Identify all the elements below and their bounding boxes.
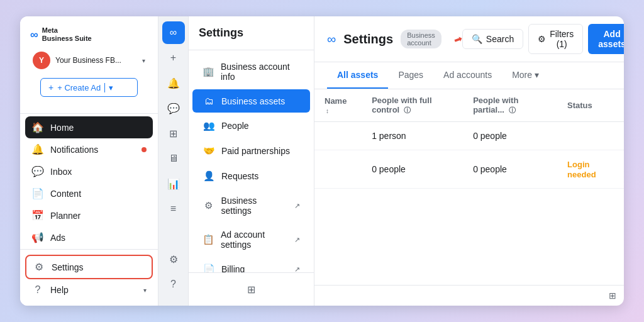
- sort-icon: ↕: [326, 108, 329, 114]
- submenu-requests[interactable]: 👤 Requests: [192, 164, 310, 188]
- submenu-business-settings[interactable]: ⚙ Business settings ↗: [192, 189, 310, 222]
- cell-status: [557, 122, 624, 150]
- icon-sidebar-gear[interactable]: ⚙: [162, 248, 185, 270]
- people-icon: 👥: [203, 120, 215, 131]
- submenu-people[interactable]: 👥 People: [192, 114, 310, 138]
- info-icon[interactable]: ⓘ: [509, 106, 516, 114]
- submenu-business-assets[interactable]: 🗂 Business assets: [192, 89, 310, 113]
- sidebar-item-ads[interactable]: 📢 Ads: [25, 226, 153, 248]
- cell-full-control: 1 person: [362, 122, 463, 150]
- col-name: Name ↕: [314, 89, 362, 122]
- add-assets-button[interactable]: Add assets ➡: [588, 24, 624, 54]
- create-ad-button[interactable]: + + Create Ad ▾: [40, 78, 138, 97]
- home-icon: 🏠: [31, 121, 44, 133]
- table-row: 0 people 0 people Login needed: [314, 150, 624, 189]
- sidebar-header: ∞ Meta Business Suite Y Your Business FB…: [20, 16, 158, 114]
- table-header: Name ↕ People with full control ⓘ People…: [314, 89, 624, 122]
- bell-icon: 🔔: [31, 143, 44, 155]
- nav-menu: 🏠 Home 🔔 Notifications 💬 Inbox 📄 Content…: [20, 114, 158, 249]
- tab-ad-accounts[interactable]: Ad accounts: [433, 62, 502, 89]
- icon-sidebar-help[interactable]: ?: [162, 273, 185, 296]
- col-name-label: Name: [325, 96, 347, 106]
- nav-label: Inbox: [50, 167, 72, 177]
- nav-label: Notifications: [50, 145, 98, 155]
- filter-button[interactable]: ⚙ Filters (1): [528, 24, 583, 54]
- sidebar: ∞ Meta Business Suite Y Your Business FB…: [20, 16, 158, 306]
- page-title-area: ∞ Settings Business account ➡: [327, 30, 462, 48]
- chevron-down-icon: ▾: [143, 287, 147, 294]
- table-row: 1 person 0 people: [314, 122, 624, 150]
- nav-label: Home: [50, 123, 74, 133]
- sidebar-item-settings[interactable]: ⚙ Settings: [25, 255, 153, 279]
- icon-sidebar-meta[interactable]: ∞: [162, 21, 185, 44]
- external-link-icon: ↗: [294, 202, 300, 210]
- icon-sidebar: ∞ + 🔔 💬 ⊞ 🖥 📊 ≡ ⚙ ?: [158, 16, 189, 306]
- search-button[interactable]: 🔍 Search: [462, 29, 523, 49]
- icon-sidebar-bottom: ⚙ ?: [162, 248, 185, 301]
- sidebar-item-planner[interactable]: 📅 Planner: [25, 204, 153, 226]
- submenu-business-account-info[interactable]: 🏢 Business account info: [192, 55, 310, 88]
- external-link-icon: ↗: [294, 265, 300, 273]
- icon-sidebar-plus[interactable]: +: [162, 47, 185, 69]
- col-full-control-label: People with full control: [372, 96, 431, 114]
- sidebar-item-notifications[interactable]: 🔔 Notifications: [25, 138, 153, 160]
- submenu-item-label: Business assets: [221, 96, 285, 106]
- submenu-ad-account-settings[interactable]: 📋 Ad account settings ↗: [192, 223, 310, 256]
- filter-icon: ⚙: [538, 34, 546, 44]
- info-icon[interactable]: ⓘ: [404, 106, 411, 114]
- assets-table-container: Name ↕ People with full control ⓘ People…: [314, 89, 624, 285]
- icon-sidebar-grid[interactable]: ⊞: [162, 122, 185, 145]
- sidebar-item-inbox[interactable]: 💬 Inbox: [25, 160, 153, 182]
- col-status: Status: [557, 89, 624, 122]
- user-account-selector[interactable]: Y Your Business FB... ▾: [30, 49, 148, 72]
- cell-name: [314, 150, 362, 189]
- icon-sidebar-bell[interactable]: 🔔: [162, 72, 185, 94]
- sidebar-item-insights[interactable]: 📊 Insights: [25, 248, 153, 249]
- icon-sidebar-monitor[interactable]: 🖥: [162, 147, 185, 170]
- plus-icon: +: [48, 82, 53, 92]
- settings-title-label: Settings: [199, 26, 243, 40]
- content-footer: ⊞: [314, 285, 624, 306]
- main-content: ∞ Settings Business account ➡ 🔍 Search ⚙…: [314, 16, 624, 306]
- nav-label: Planner: [50, 211, 80, 221]
- sidebar-item-help[interactable]: ? Help ▾: [25, 279, 153, 301]
- content-header: ∞ Settings Business account ➡ 🔍 Search ⚙…: [314, 16, 624, 62]
- icon-sidebar-chat[interactable]: 💬: [162, 97, 185, 119]
- tabs-bar: All assets Pages Ad accounts More ▾: [314, 62, 624, 89]
- avatar: Y: [33, 52, 50, 69]
- icon-sidebar-lines[interactable]: ≡: [162, 197, 185, 220]
- tab-more[interactable]: More ▾: [502, 62, 549, 89]
- submenu-billing[interactable]: 📄 Billing ↗: [192, 257, 310, 272]
- panel-icon[interactable]: ⊞: [240, 278, 263, 301]
- page-title: Settings: [343, 32, 393, 47]
- business-account-badge: Business account: [401, 30, 441, 48]
- add-assets-label: Add assets: [598, 29, 624, 49]
- help-label: Help: [50, 285, 69, 295]
- user-name: Your Business FB...: [55, 56, 137, 65]
- nav-label: Content: [50, 189, 81, 199]
- sidebar-item-home[interactable]: 🏠 Home: [25, 116, 153, 138]
- search-label: Search: [486, 34, 514, 44]
- grid-icon[interactable]: ⊞: [609, 291, 616, 301]
- icon-sidebar-chart[interactable]: 📊: [162, 172, 185, 195]
- ad-settings-icon: 📋: [203, 234, 214, 245]
- external-link-icon: ↗: [294, 236, 300, 244]
- app-container: ∞ Meta Business Suite Y Your Business FB…: [20, 16, 624, 306]
- sidebar-item-content[interactable]: 📄 Content: [25, 182, 153, 204]
- notification-badge: [142, 147, 147, 152]
- search-icon: 🔍: [472, 34, 482, 44]
- sidebar-bottom: ⚙ Settings ? Help ▾: [20, 249, 158, 306]
- tab-all-assets[interactable]: All assets: [327, 62, 388, 89]
- gear-icon: ⚙: [203, 200, 215, 211]
- tab-pages[interactable]: Pages: [388, 62, 433, 89]
- gear-icon: ⚙: [33, 261, 45, 273]
- submenu-title: Settings: [189, 16, 314, 50]
- filter-label: Filters (1): [550, 29, 574, 49]
- meta-brand-icon: ∞: [30, 28, 38, 42]
- submenu-paid-partnerships[interactable]: 🤝 Paid partnerships: [192, 139, 310, 163]
- col-full-control: People with full control ⓘ: [362, 89, 463, 122]
- assets-icon: 🗂: [203, 96, 215, 106]
- cell-partial: 0 people: [463, 122, 557, 150]
- table-body: 1 person 0 people 0 people 0 people Logi…: [314, 122, 624, 189]
- planner-icon: 📅: [31, 209, 44, 221]
